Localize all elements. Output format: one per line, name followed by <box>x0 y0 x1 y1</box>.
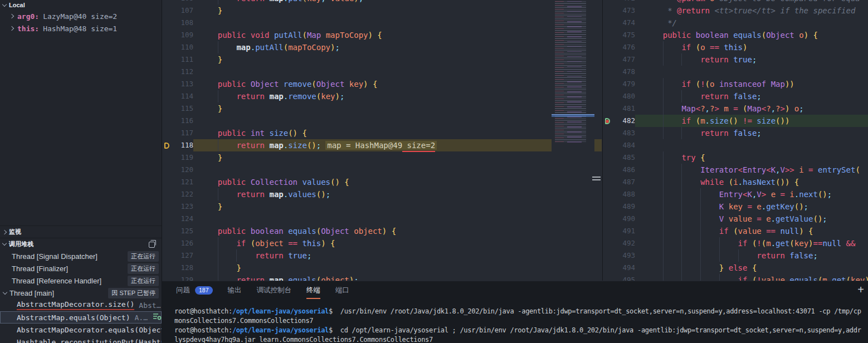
code-line[interactable]: 122 return map.values(); <box>162 188 602 200</box>
line-number[interactable]: 114 <box>173 90 193 102</box>
line-number[interactable]: 487 <box>613 176 635 188</box>
stack-frame-row[interactable]: Hashtable.reconstitutionPut(Hashtable <box>0 336 162 343</box>
code-line[interactable]: 474 */ <box>603 17 868 29</box>
gutter-icon-zone[interactable] <box>603 53 613 66</box>
code-line[interactable]: 488 Entry<K,V> e = i.next(); <box>603 188 868 200</box>
line-number[interactable]: 492 <box>613 237 635 249</box>
gutter-icon-zone[interactable] <box>603 200 613 213</box>
line-number[interactable]: 488 <box>613 188 635 200</box>
line-number[interactable]: 475 <box>613 29 635 41</box>
scrollbar-grip[interactable] <box>592 177 601 178</box>
line-number[interactable]: 129 <box>173 274 193 281</box>
code-line[interactable]: 482 if (m.size() != size()) <box>603 115 868 127</box>
gutter-icon-zone[interactable] <box>162 151 173 164</box>
minimap[interactable] <box>552 0 594 281</box>
line-number[interactable]: 113 <box>173 78 193 90</box>
gutter-icon-zone[interactable] <box>162 0 173 4</box>
line-number[interactable]: 480 <box>613 90 635 102</box>
variable-row[interactable]: arg0:LazyMap@40 size=2 <box>0 10 162 22</box>
code-line[interactable]: 490 V value = e.getValue(); <box>603 213 868 225</box>
code-line[interactable]: 128 } <box>162 262 602 274</box>
stack-frame-row[interactable]: AbstractMapDecorator.size()Abst... <box>0 299 162 311</box>
line-number[interactable]: 106 <box>173 0 193 4</box>
variable-row[interactable]: this:HashMap@48 size=1 <box>0 22 162 35</box>
code-line[interactable]: 118 return map.size();map = HashMap@49 s… <box>162 139 602 151</box>
code-line[interactable]: 117 public int size() { <box>162 127 602 139</box>
line-number[interactable]: 472 <box>613 0 635 4</box>
gutter-icon-zone[interactable] <box>162 29 173 41</box>
line-number[interactable]: 109 <box>173 29 193 41</box>
gutter-icon-zone[interactable] <box>162 41 173 53</box>
code-line[interactable]: 114 return map.remove(key); <box>162 90 602 102</box>
gutter-icon-zone[interactable] <box>162 17 173 29</box>
line-number[interactable]: 494 <box>613 262 635 274</box>
gutter-icon-zone[interactable] <box>603 274 613 281</box>
line-number[interactable]: 124 <box>173 213 193 225</box>
code-line[interactable]: 485 try { <box>603 151 868 164</box>
gutter-icon-zone[interactable] <box>162 78 173 90</box>
code-line[interactable]: 112 <box>162 66 602 78</box>
gutter-icon-zone[interactable] <box>162 139 173 151</box>
line-number[interactable]: 118 <box>173 139 193 151</box>
gutter-icon-zone[interactable] <box>603 0 613 4</box>
code-line[interactable]: 120 <box>162 164 602 176</box>
thread-row[interactable]: Thread [Finalizer]正在运行 <box>0 262 162 275</box>
code-line[interactable]: 486 Iterator<Entry<K,V>> i = entrySet( <box>603 164 868 176</box>
code-line[interactable]: 119 } <box>162 151 602 164</box>
breakpoint-current-frame-icon[interactable] <box>605 118 610 124</box>
line-number[interactable]: 476 <box>613 41 635 53</box>
line-number[interactable]: 126 <box>173 237 193 249</box>
gutter-icon-zone[interactable] <box>603 66 613 78</box>
line-number[interactable]: 108 <box>173 17 193 29</box>
line-number[interactable]: 491 <box>613 225 635 237</box>
gutter-icon-zone[interactable] <box>603 17 613 29</box>
gutter-icon-zone[interactable] <box>603 90 613 102</box>
line-number[interactable]: 122 <box>173 188 193 200</box>
gutter-icon-zone[interactable] <box>162 213 173 225</box>
line-number[interactable]: 486 <box>613 164 635 176</box>
code-line[interactable]: 121 public Collection values() { <box>162 176 602 188</box>
gutter-icon-zone[interactable] <box>603 29 613 41</box>
line-number[interactable]: 485 <box>613 151 635 164</box>
code-line[interactable]: 491 if (value == null) { <box>603 225 868 237</box>
gutter-icon-zone[interactable] <box>162 53 173 66</box>
line-number[interactable]: 125 <box>173 225 193 237</box>
gutter-icon-zone[interactable] <box>603 249 613 262</box>
code-line[interactable]: 477 return true; <box>603 53 868 66</box>
editor-left-abstractmapdecorator[interactable]: 106 return map.put(key, value);107 }1081… <box>162 0 602 281</box>
code-line[interactable]: 116 <box>162 115 602 127</box>
gutter-icon-zone[interactable] <box>162 66 173 78</box>
gutter-icon-zone[interactable] <box>603 78 613 90</box>
panel-tab-输出[interactable]: 输出 <box>228 281 242 299</box>
gutter-icon-zone[interactable] <box>162 176 173 188</box>
code-line[interactable]: 109 public void putAll(Map mapToCopy) { <box>162 29 602 41</box>
code-line[interactable]: 473 * @return <tt>true</tt> if the speci… <box>603 4 868 17</box>
line-number[interactable]: 111 <box>173 53 193 66</box>
line-number[interactable]: 110 <box>173 41 193 53</box>
gutter-icon-zone[interactable] <box>603 237 613 249</box>
debug-step-marker-icon[interactable] <box>164 143 169 149</box>
code-line[interactable]: 115 } <box>162 102 602 115</box>
line-number[interactable]: 128 <box>173 262 193 274</box>
code-line[interactable]: 123 } <box>162 200 602 213</box>
terminal-output[interactable]: root@hosthatch:/opt/learn-java/ysoserial… <box>174 307 868 343</box>
code-line[interactable]: 489 K key = e.getKey(); <box>603 200 868 213</box>
line-number[interactable]: 116 <box>173 115 193 127</box>
variables-section-local[interactable]: Local <box>0 0 162 10</box>
callstack-section-header[interactable]: 调用堆栈 <box>0 238 162 250</box>
code-line[interactable]: 487 while (i.hasNext()) { <box>603 176 868 188</box>
line-number[interactable]: 123 <box>173 200 193 213</box>
gutter-icon-zone[interactable] <box>162 225 173 237</box>
line-number[interactable]: 115 <box>173 102 193 115</box>
code-line[interactable]: 110 map.putAll(mapToCopy); <box>162 41 602 53</box>
gutter-icon-zone[interactable] <box>162 102 173 115</box>
gutter-icon-zone[interactable] <box>162 115 173 127</box>
line-number[interactable]: 473 <box>613 4 635 17</box>
gutter-icon-zone[interactable] <box>603 115 613 127</box>
code-line[interactable]: 106 return map.put(key, value); <box>162 0 602 4</box>
gutter-icon-zone[interactable] <box>603 225 613 237</box>
line-number[interactable]: 481 <box>613 102 635 115</box>
line-number[interactable]: 482 <box>613 115 635 127</box>
gutter-icon-zone[interactable] <box>603 262 613 274</box>
thread-row[interactable]: Thread [Reference Handler]正在运行 <box>0 275 162 287</box>
